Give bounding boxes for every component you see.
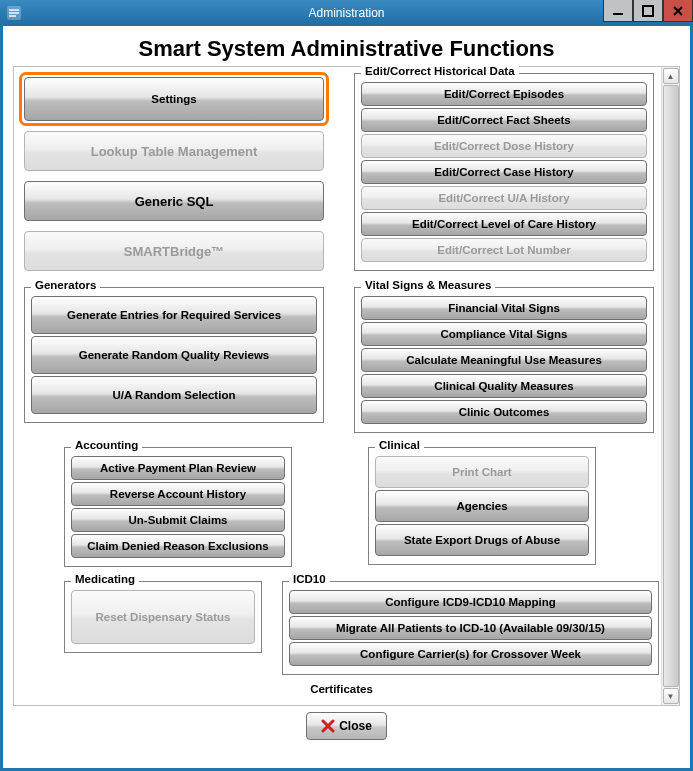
state-export-drugs-button[interactable]: State Export Drugs of Abuse bbox=[375, 524, 589, 556]
vital-signs-group: Vital Signs & Measures Financial Vital S… bbox=[354, 287, 654, 433]
vital-signs-legend: Vital Signs & Measures bbox=[361, 279, 495, 291]
icd10-group: ICD10 Configure ICD9-ICD10 Mapping Migra… bbox=[282, 581, 659, 675]
edit-lot-number-button[interactable]: Edit/Correct Lot Number bbox=[361, 238, 647, 262]
scroll-down-arrow-icon[interactable]: ▼ bbox=[663, 688, 679, 704]
migrate-patients-icd10-button[interactable]: Migrate All Patients to ICD-10 (Availabl… bbox=[289, 616, 652, 640]
window-close-button[interactable] bbox=[663, 0, 693, 22]
vertical-scrollbar[interactable]: ▲ ▼ bbox=[661, 67, 679, 705]
edit-level-of-care-button[interactable]: Edit/Correct Level of Care History bbox=[361, 212, 647, 236]
claim-denied-exclusions-button[interactable]: Claim Denied Reason Exclusions bbox=[71, 534, 285, 558]
window-title-bar: Administration bbox=[0, 0, 693, 26]
meaningful-use-button[interactable]: Calculate Meaningful Use Measures bbox=[361, 348, 647, 372]
historical-data-legend: Edit/Correct Historical Data bbox=[361, 65, 519, 77]
edit-case-history-button[interactable]: Edit/Correct Case History bbox=[361, 160, 647, 184]
edit-fact-sheets-button[interactable]: Edit/Correct Fact Sheets bbox=[361, 108, 647, 132]
smartbridge-button[interactable]: SMARTBridge™ bbox=[24, 231, 324, 271]
app-icon bbox=[6, 5, 22, 21]
medicating-legend: Medicating bbox=[71, 573, 139, 585]
left-main-panel: Settings Lookup Table Management Generic… bbox=[24, 73, 324, 273]
close-button-label: Close bbox=[339, 719, 372, 733]
accounting-legend: Accounting bbox=[71, 439, 142, 451]
window-surface: Smart System Administrative Functions Se… bbox=[0, 26, 693, 771]
icd10-legend: ICD10 bbox=[289, 573, 330, 585]
reset-dispensary-button[interactable]: Reset Dispensary Status bbox=[71, 590, 255, 644]
generate-required-services-button[interactable]: Generate Entries for Required Services bbox=[31, 296, 317, 334]
close-button[interactable]: Close bbox=[306, 712, 387, 740]
configure-icd-mapping-button[interactable]: Configure ICD9-ICD10 Mapping bbox=[289, 590, 652, 614]
window-minimize-button[interactable] bbox=[603, 0, 633, 22]
active-payment-plan-button[interactable]: Active Payment Plan Review bbox=[71, 456, 285, 480]
scroll-thumb[interactable] bbox=[663, 85, 679, 687]
reverse-account-history-button[interactable]: Reverse Account History bbox=[71, 482, 285, 506]
lookup-table-management-button[interactable]: Lookup Table Management bbox=[24, 131, 324, 171]
edit-dose-history-button[interactable]: Edit/Correct Dose History bbox=[361, 134, 647, 158]
edit-ua-history-button[interactable]: Edit/Correct U/A History bbox=[361, 186, 647, 210]
settings-button[interactable]: Settings bbox=[24, 77, 324, 121]
un-submit-claims-button[interactable]: Un-Submit Claims bbox=[71, 508, 285, 532]
window-maximize-button[interactable] bbox=[633, 0, 663, 22]
close-x-icon bbox=[321, 719, 335, 733]
configure-carrier-crossover-button[interactable]: Configure Carrier(s) for Crossover Week bbox=[289, 642, 652, 666]
clinic-outcomes-button[interactable]: Clinic Outcomes bbox=[361, 400, 647, 424]
svg-rect-1 bbox=[613, 13, 623, 15]
medicating-group: Medicating Reset Dispensary Status bbox=[64, 581, 262, 653]
edit-episodes-button[interactable]: Edit/Correct Episodes bbox=[361, 82, 647, 106]
accounting-group: Accounting Active Payment Plan Review Re… bbox=[64, 447, 292, 567]
clinical-legend: Clinical bbox=[375, 439, 424, 451]
agencies-button[interactable]: Agencies bbox=[375, 490, 589, 522]
window-title: Administration bbox=[308, 6, 384, 20]
historical-data-group: Edit/Correct Historical Data Edit/Correc… bbox=[354, 73, 654, 271]
generate-random-quality-button[interactable]: Generate Random Quality Reviews bbox=[31, 336, 317, 374]
generators-legend: Generators bbox=[31, 279, 100, 291]
generic-sql-button[interactable]: Generic SQL bbox=[24, 181, 324, 221]
main-scroll-area: Settings Lookup Table Management Generic… bbox=[13, 66, 680, 706]
financial-vital-signs-button[interactable]: Financial Vital Signs bbox=[361, 296, 647, 320]
print-chart-button[interactable]: Print Chart bbox=[375, 456, 589, 488]
svg-rect-2 bbox=[643, 6, 653, 16]
generators-group: Generators Generate Entries for Required… bbox=[24, 287, 324, 423]
ua-random-selection-button[interactable]: U/A Random Selection bbox=[31, 376, 317, 414]
compliance-vital-signs-button[interactable]: Compliance Vital Signs bbox=[361, 322, 647, 346]
certificates-legend: Certificates bbox=[24, 681, 659, 695]
page-title: Smart System Administrative Functions bbox=[3, 36, 690, 62]
scroll-up-arrow-icon[interactable]: ▲ bbox=[663, 68, 679, 84]
clinical-quality-button[interactable]: Clinical Quality Measures bbox=[361, 374, 647, 398]
clinical-group: Clinical Print Chart Agencies State Expo… bbox=[368, 447, 596, 565]
